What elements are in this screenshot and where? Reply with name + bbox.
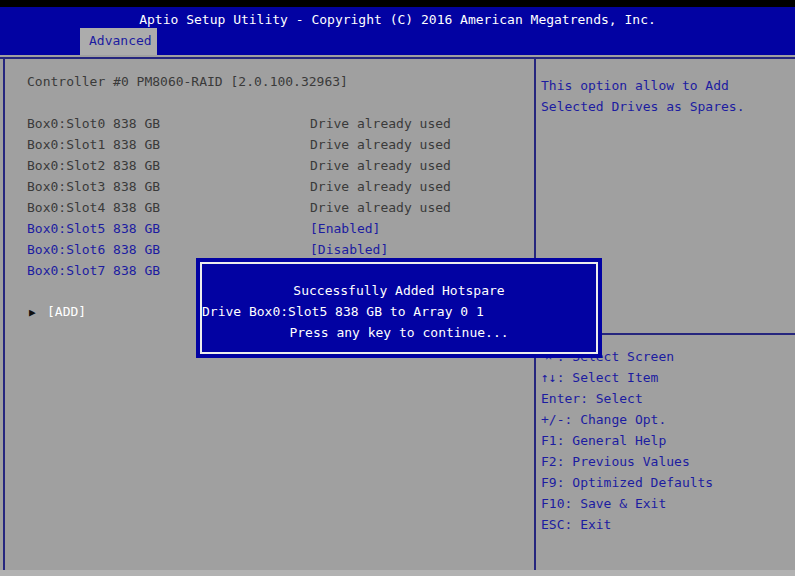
dialog-message-line2: Drive Box0:Slot5 838 GB to Array 0 1 — [202, 305, 608, 319]
content-top-border — [0, 57, 795, 59]
dialog-message-line1: Successfully Added Hotspare — [196, 284, 602, 298]
bios-setup-screen: Aptio Setup Utility - Copyright (C) 2016… — [0, 0, 795, 576]
hotspare-success-dialog: Successfully Added Hotspare Drive Box0:S… — [196, 258, 602, 358]
help-description: This option allow to Add Selected Drives… — [541, 75, 791, 117]
key-hint-change-opt: +/-: Change Opt. — [541, 412, 791, 433]
drive-status: Drive already used — [310, 159, 451, 173]
key-hint-f10: F10: Save & Exit — [541, 496, 791, 517]
drive-row-slot6[interactable]: Box0:Slot6 838 GB [Disabled] — [0, 243, 530, 259]
drive-name: Box0:Slot4 838 GB — [27, 201, 160, 215]
drive-status: Drive already used — [310, 138, 451, 152]
add-hotspare-item[interactable]: ▶ [ADD] — [0, 305, 200, 321]
dialog-prompt: Press any key to continue... — [196, 326, 602, 340]
drive-status: Drive already used — [310, 180, 451, 194]
drive-row-slot5[interactable]: Box0:Slot5 838 GB [Enabled] — [0, 222, 530, 238]
top-black-strip — [0, 0, 795, 7]
drive-row-slot0: Box0:Slot0 838 GB Drive already used — [0, 117, 530, 133]
key-hint-esc: ESC: Exit — [541, 517, 791, 538]
add-button-label: [ADD] — [47, 305, 86, 319]
drive-name: Box0:Slot3 838 GB — [27, 180, 160, 194]
drive-row-slot3: Box0:Slot3 838 GB Drive already used — [0, 180, 530, 196]
controller-heading: Controller #0 PM8060-RAID [2.0.100.32963… — [27, 75, 348, 89]
drive-status: Drive already used — [310, 201, 451, 215]
header-bar: Aptio Setup Utility - Copyright (C) 2016… — [0, 7, 795, 55]
tab-advanced-label: Advanced — [89, 34, 152, 48]
key-hint-f2: F2: Previous Values — [541, 454, 791, 475]
drive-name: Box0:Slot6 838 GB — [27, 243, 160, 257]
help-line: This option allow to Add — [541, 75, 791, 96]
drive-row-slot4: Box0:Slot4 838 GB Drive already used — [0, 201, 530, 217]
drive-status-option[interactable]: [Enabled] — [310, 222, 380, 236]
drive-status: Drive already used — [310, 117, 451, 131]
selection-pointer-icon: ▶ — [29, 306, 36, 320]
key-legend: →←: Select Screen ↑↓: Select Item Enter:… — [541, 349, 791, 538]
drive-row-slot2: Box0:Slot2 838 GB Drive already used — [0, 159, 530, 175]
key-hint-f9: F9: Optimized Defaults — [541, 475, 791, 496]
drive-name: Box0:Slot1 838 GB — [27, 138, 160, 152]
app-title: Aptio Setup Utility - Copyright (C) 2016… — [0, 13, 795, 27]
drive-name: Box0:Slot2 838 GB — [27, 159, 160, 173]
bottom-strip — [0, 570, 795, 576]
drive-row-slot1: Box0:Slot1 838 GB Drive already used — [0, 138, 530, 154]
tab-advanced[interactable]: Advanced — [80, 28, 157, 55]
drive-name: Box0:Slot0 838 GB — [27, 117, 160, 131]
help-line: Selected Drives as Spares. — [541, 96, 791, 117]
drive-name: Box0:Slot7 838 GB — [27, 264, 160, 278]
key-hint-enter: Enter: Select — [541, 391, 791, 412]
key-hint-select-item: ↑↓: Select Item — [541, 370, 791, 391]
key-hint-f1: F1: General Help — [541, 433, 791, 454]
drive-name: Box0:Slot5 838 GB — [27, 222, 160, 236]
drive-status-option[interactable]: [Disabled] — [310, 243, 388, 257]
